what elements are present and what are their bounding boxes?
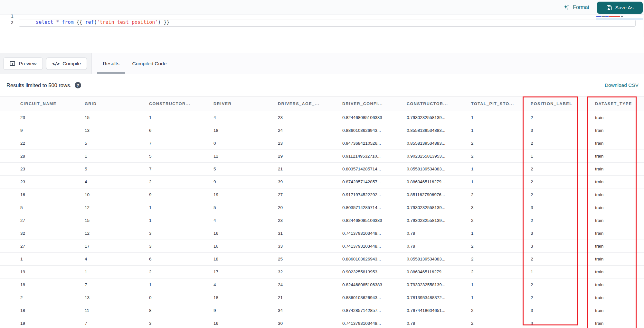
table-row[interactable]: 913618240.8860103626943...0.855813953488…	[0, 124, 644, 137]
table-row[interactable]: 14618250.8860103626943...0.8558139534883…	[0, 253, 644, 266]
column-header[interactable]: DRIVERS_AGE_...	[258, 97, 322, 111]
table-cell: 0	[129, 291, 193, 304]
table-icon	[9, 60, 15, 67]
table-cell: 11	[64, 304, 129, 317]
table-cell: 0.7674418604651...	[386, 304, 451, 317]
table-cell: train	[580, 266, 644, 278]
results-limit-text: Results limited to 500 rows. ?	[6, 74, 81, 96]
tab-compiled-code[interactable]: Compiled Code	[130, 53, 168, 74]
table-cell: 4	[64, 176, 129, 188]
table-row[interactable]: 271514230.8244680851063830.7930232558139…	[0, 214, 644, 227]
table-cell: 33	[258, 240, 322, 253]
column-header[interactable]: CONSTRUCTOR...	[129, 97, 193, 111]
table-row[interactable]: 23575210.8035714285714...0.8558139534883…	[0, 163, 644, 176]
table-row[interactable]: 2717316330.7413793103448...0.7823train	[0, 240, 644, 253]
table-cell: 1	[0, 253, 64, 266]
table-cell: 0.8860103626943...	[322, 253, 386, 266]
table-cell: 1	[451, 278, 515, 291]
table-cell: 5	[64, 137, 129, 150]
table-cell: 1	[451, 124, 515, 137]
table-row[interactable]: 197316300.7413793103448...0.7823train	[0, 317, 644, 328]
table-row[interactable]: 181189340.8742857142857...0.767441860465…	[0, 304, 644, 317]
table-cell: 0.7930232558139...	[386, 111, 451, 124]
table-cell: 24	[258, 124, 322, 137]
table-row[interactable]: 281512290.9112149532710...0.902325581395…	[0, 150, 644, 163]
table-row[interactable]: 22570230.9473684210526...0.8558139534883…	[0, 137, 644, 150]
help-icon[interactable]: ?	[75, 82, 81, 88]
table-cell: 0.7930232558139...	[386, 201, 451, 214]
table-cell: 16	[0, 188, 64, 201]
preview-label: Preview	[19, 61, 36, 67]
column-header[interactable]: TOTAL_PIT_STO...	[451, 97, 515, 111]
table-cell: 2	[515, 137, 580, 150]
table-cell: 18	[193, 253, 258, 266]
compile-button[interactable]: </> Compile	[46, 57, 87, 70]
table-cell: 3	[515, 240, 580, 253]
table-cell: train	[580, 317, 644, 328]
column-header[interactable]: CONSTRUCTOR...	[386, 97, 451, 111]
table-row[interactable]: 213018210.8860103626943...0.781395348837…	[0, 291, 644, 304]
table-cell: 1	[451, 163, 515, 176]
token-open-paren: (	[94, 19, 97, 25]
format-button[interactable]: Format	[563, 3, 589, 12]
column-header[interactable]: CIRCUIT_NAME	[0, 97, 64, 111]
table-row[interactable]: 51215200.8035714285714...0.7930232558139…	[0, 201, 644, 214]
table-header-row: CIRCUIT_NAMEGRIDCONSTRUCTOR...DRIVERDRIV…	[0, 97, 644, 111]
table-cell: 2	[129, 176, 193, 188]
table-cell: 0.78	[386, 227, 451, 240]
table-cell: 2	[515, 291, 580, 304]
table-cell: 2	[451, 317, 515, 328]
table-cell: 0.8558139534883...	[386, 124, 451, 137]
table-row[interactable]: 23429390.8742857142857...0.8860465116279…	[0, 176, 644, 188]
table-cell: 32	[0, 227, 64, 240]
table-cell: 0.9023255813953...	[386, 150, 451, 163]
preview-button[interactable]: Preview	[3, 57, 43, 70]
table-cell: 2	[451, 266, 515, 278]
table-cell: train	[580, 124, 644, 137]
table-cell: 5	[193, 163, 258, 176]
results-info-row: Results limited to 500 rows. ? Download …	[0, 74, 644, 96]
column-header[interactable]: POSITION_LABEL	[515, 97, 580, 111]
table-row[interactable]: 191217320.9023255813953...0.886046511627…	[0, 266, 644, 278]
table-cell: 10	[64, 188, 129, 201]
table-cell: 0.78	[386, 240, 451, 253]
table-row[interactable]: 3212316310.7413793103448...0.7813train	[0, 227, 644, 240]
table-cell: 2	[515, 278, 580, 291]
table-cell: 19	[0, 317, 64, 328]
code-line-1[interactable]: select*from{{ref('train_test_position')}…	[24, 14, 169, 31]
table-cell: 0.9023255813953...	[322, 266, 386, 278]
table-row[interactable]: 231514230.8244680851063830.7930232558139…	[0, 111, 644, 124]
table-cell: 3	[129, 227, 193, 240]
column-header[interactable]: DRIVER_CONFI...	[322, 97, 386, 111]
token-select: select	[36, 19, 53, 25]
column-header[interactable]: GRID	[64, 97, 129, 111]
table-cell: 16	[193, 317, 258, 328]
token-string: 'train_test_position'	[97, 19, 158, 25]
table-cell: 12	[193, 150, 258, 163]
column-header[interactable]: DATASET_TYPE	[580, 97, 644, 111]
table-cell: 2	[451, 137, 515, 150]
table-cell: 15	[64, 111, 129, 124]
table-cell: 2	[515, 111, 580, 124]
table-cell: 3	[515, 124, 580, 137]
table-cell: 0	[193, 137, 258, 150]
table-cell: 0.8035714285714...	[322, 163, 386, 176]
tab-results[interactable]: Results	[97, 53, 125, 74]
sql-editor-pane: Format Save As 1 2 select*from{{ref('tra…	[0, 0, 644, 53]
table-cell: 5	[129, 150, 193, 163]
table-cell: 0.8558139534883...	[386, 253, 451, 266]
table-cell: 1	[515, 266, 580, 278]
editor-scrollbar[interactable]	[643, 15, 643, 37]
save-as-button[interactable]: Save As	[597, 2, 643, 14]
download-csv-link[interactable]: Download CSV	[605, 74, 639, 96]
table-cell: 22	[0, 137, 64, 150]
table-cell: 0.7413793103448...	[322, 227, 386, 240]
line-number-2: 2	[0, 20, 14, 25]
sparkles-icon	[563, 4, 570, 11]
table-cell: 0.8860103626943...	[322, 124, 386, 137]
table-cell: 18	[193, 291, 258, 304]
table-row[interactable]: 18714240.8244680851063830.7930232558139.…	[0, 278, 644, 291]
column-header[interactable]: DRIVER	[193, 97, 258, 111]
table-cell: 27	[258, 188, 322, 201]
table-row[interactable]: 1610919270.9171974522292...0.85116279069…	[0, 188, 644, 201]
